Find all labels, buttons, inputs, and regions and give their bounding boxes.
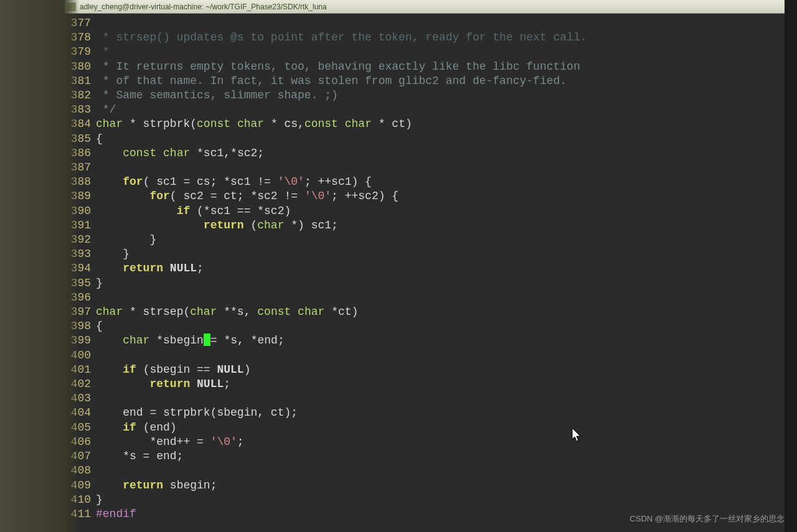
line-number: 380 (64, 60, 91, 74)
line-number: 405 (64, 421, 91, 435)
line-number: 397 (64, 305, 91, 319)
line-number: 401 (64, 363, 91, 377)
line-number: 408 (64, 464, 91, 478)
code-line[interactable]: *s = end; (96, 449, 785, 464)
line-number: 377 (64, 16, 91, 30)
code-line[interactable]: return NULL; (96, 377, 785, 391)
line-number: 402 (64, 377, 91, 391)
code-line[interactable] (96, 464, 785, 478)
line-number: 384 (64, 117, 91, 131)
code-line[interactable] (96, 16, 785, 30)
code-line[interactable]: } (96, 276, 785, 291)
line-number: 379 (64, 45, 91, 59)
line-number: 393 (64, 247, 91, 261)
line-number: 383 (64, 103, 91, 117)
window-title-bar[interactable]: adley_cheng@driver-virtual-machine: ~/wo… (62, 0, 785, 14)
code-line[interactable]: end = strpbrk(sbegin, ct); (96, 406, 785, 420)
code-line[interactable]: const char *sc1,*sc2; (96, 146, 785, 161)
code-line[interactable]: } (96, 233, 785, 247)
code-line[interactable] (96, 391, 785, 406)
line-number: 410 (64, 493, 91, 507)
line-number: 392 (64, 233, 91, 247)
code-line[interactable] (96, 348, 785, 363)
line-number: 396 (64, 291, 91, 305)
line-number: 391 (64, 218, 91, 233)
code-line[interactable]: if (sbegin == NULL) (96, 363, 785, 377)
line-number: 398 (64, 319, 91, 334)
text-cursor (204, 334, 210, 346)
line-number: 404 (64, 406, 91, 420)
editor-area[interactable]: 3773783793803813823833843853863873883893… (62, 14, 785, 532)
line-number: 409 (64, 478, 91, 493)
code-line[interactable]: * It returns empty tokens, too, behaving… (96, 60, 785, 74)
code-line[interactable]: for( sc2 = ct; *sc2 != '\0'; ++sc2) { (96, 189, 785, 203)
terminal-window: adley_cheng@driver-virtual-machine: ~/wo… (62, 0, 785, 532)
line-number: 407 (64, 449, 91, 464)
code-line[interactable]: { (96, 132, 785, 146)
line-number: 400 (64, 348, 91, 363)
code-line[interactable]: char * strsep(char **s, const char *ct) (96, 305, 785, 319)
code-line[interactable]: return sbegin; (96, 478, 785, 493)
terminal-icon (67, 2, 76, 11)
code-line[interactable]: return (char *) sc1; (96, 218, 785, 233)
line-number: 395 (64, 276, 91, 291)
line-number: 382 (64, 88, 91, 103)
code-line[interactable]: * of that name. In fact, it was stolen f… (96, 74, 785, 88)
code-line[interactable]: if (end) (96, 421, 785, 435)
code-line[interactable]: * (96, 45, 785, 59)
line-number: 411 (64, 507, 91, 521)
line-number: 406 (64, 435, 91, 449)
code-line[interactable]: if (*sc1 == *sc2) (96, 204, 785, 218)
code-content[interactable]: * strsep() updates @s to point after the… (92, 16, 785, 532)
code-line[interactable]: } (96, 247, 785, 261)
code-line[interactable]: *end++ = '\0'; (96, 435, 785, 449)
code-line[interactable] (96, 291, 785, 305)
line-number: 387 (64, 161, 91, 175)
code-line[interactable]: char *sbegin= *s, *end; (96, 334, 785, 348)
line-number: 388 (64, 175, 91, 189)
line-number: 378 (64, 30, 91, 45)
line-number-gutter: 3773783793803813823833843853863873883893… (62, 16, 92, 532)
line-number: 403 (64, 391, 91, 406)
code-line[interactable] (96, 161, 785, 175)
line-number: 389 (64, 189, 91, 203)
window-title-text: adley_cheng@driver-virtual-machine: ~/wo… (80, 2, 327, 11)
code-line[interactable]: for( sc1 = cs; *sc1 != '\0'; ++sc1) { (96, 175, 785, 189)
code-line[interactable]: * strsep() updates @s to point after the… (96, 30, 785, 45)
code-line[interactable]: * Same semantics, slimmer shape. ;) (96, 88, 785, 103)
code-line[interactable]: */ (96, 103, 785, 117)
line-number: 394 (64, 261, 91, 276)
line-number: 385 (64, 132, 91, 146)
line-number: 399 (64, 334, 91, 348)
code-line[interactable]: } (96, 493, 785, 507)
code-line[interactable]: { (96, 319, 785, 334)
watermark-text: CSDN @渐渐的每天多了一丝对家乡的思念 (630, 513, 785, 525)
code-line[interactable]: return NULL; (96, 261, 785, 276)
line-number: 390 (64, 204, 91, 218)
line-number: 381 (64, 74, 91, 88)
code-line[interactable]: char * strpbrk(const char * cs,const cha… (96, 117, 785, 131)
line-number: 386 (64, 146, 91, 161)
